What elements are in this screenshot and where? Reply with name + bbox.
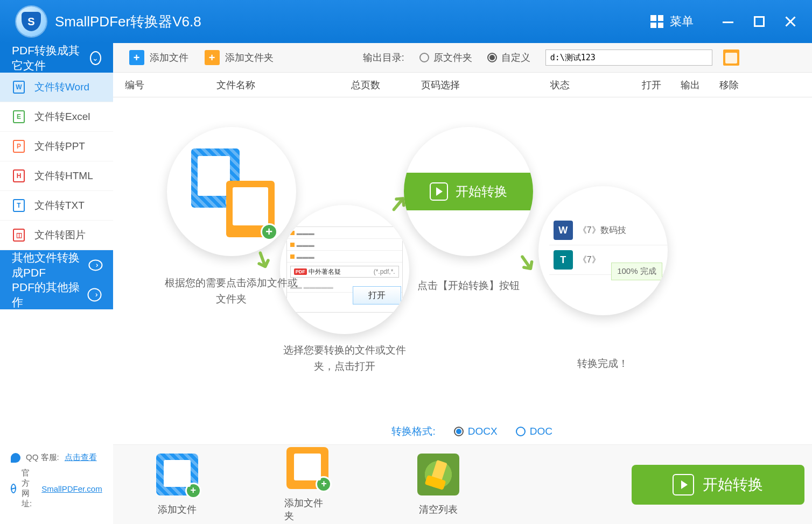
output-dir-label: 输出目录: [363, 51, 404, 64]
logo: S SmallPDFer转换器V6.8 [16, 6, 201, 37]
ppt-icon: P [13, 140, 25, 153]
open-button-mock: 打开 [353, 286, 401, 305]
step3-text: 点击【开始转换】按钮 [398, 278, 538, 294]
sidebar-item-label: 文件转Word [34, 80, 89, 94]
step2-text: 选择您要转换的文件或文件夹，点击打开 [275, 342, 415, 375]
radio-icon [419, 53, 429, 62]
sidebar-section-pdf-to-other[interactable]: PDF转换成其它文件 ⌄ [0, 43, 113, 73]
th-number: 编号 [125, 79, 216, 91]
radio-label: 原文件夹 [433, 51, 472, 64]
add-folder-button[interactable]: + 添加文件夹 [200, 48, 278, 67]
radio-label: DOCX [468, 426, 498, 437]
sidebar-item-to-html[interactable]: H 文件转HTML [0, 161, 113, 191]
sidebar-item-to-txt[interactable]: T 文件转TXT [0, 191, 113, 221]
section-title: 其他文件转换成PDF [12, 250, 90, 280]
shield-icon: S [22, 12, 41, 31]
sidebar-item-to-word[interactable]: W 文件转Word [0, 73, 113, 102]
result-row1: 《7》数码技 [578, 225, 626, 236]
sidebar-item-label: 文件转HTML [34, 169, 93, 183]
th-output: 输出 [681, 79, 719, 91]
grid-icon [650, 15, 663, 28]
th-page-select: 页码选择 [421, 79, 550, 91]
play-icon [430, 182, 448, 201]
site-link[interactable]: SmallPDFer.com [41, 484, 102, 493]
toolbar: + 添加文件 + 添加文件夹 输出目录: 原文件夹 自定义 [113, 43, 812, 73]
th-open: 打开 [642, 79, 681, 91]
site-label: 官方网址: [22, 468, 36, 509]
radio-icon [454, 427, 464, 436]
radio-original-folder[interactable]: 原文件夹 [419, 51, 472, 64]
browse-folder-button[interactable] [723, 49, 739, 66]
play-icon [673, 474, 694, 495]
plus-icon: + [185, 483, 201, 499]
add-file-icon: + [156, 454, 198, 495]
sidebar-item-label: 文件转PPT [34, 139, 85, 153]
qq-label: QQ 客服: [26, 452, 59, 463]
add-file-label: 添加文件 [150, 51, 188, 64]
broom-icon [430, 459, 447, 483]
radio-doc[interactable]: DOC [516, 426, 552, 437]
th-filename: 文件名称 [216, 79, 351, 91]
sidebar-item-label: 文件转TXT [34, 199, 85, 213]
radio-label: 自定义 [501, 51, 530, 64]
action-clear-list[interactable]: 清空列表 [417, 454, 459, 516]
radio-icon [516, 427, 526, 436]
start-label: 开始转换 [456, 183, 507, 200]
qq-support-link[interactable]: 点击查看 [65, 452, 97, 463]
th-status: 状态 [550, 79, 642, 91]
start-convert-button[interactable]: 开始转换 [632, 465, 804, 505]
main-area: + 添加文件 + 添加文件夹 输出目录: 原文件夹 自定义 编号 文件名称 [113, 43, 812, 524]
html-icon: H [13, 169, 25, 182]
chevron-right-icon: ⌄ [87, 288, 101, 301]
app-title: SmallPDFer转换器V6.8 [55, 12, 201, 31]
step1-text: 根据您的需要点击添加文件或文件夹 [162, 275, 302, 308]
sidebar-section-pdf-other-ops[interactable]: PDF的其他操作 ⌄ [0, 280, 113, 309]
output-path-input[interactable] [545, 49, 712, 66]
radio-custom-folder[interactable]: 自定义 [487, 51, 530, 64]
clear-icon [417, 454, 459, 495]
radio-docx[interactable]: DOCX [454, 426, 498, 437]
image-icon: ◫ [13, 229, 25, 242]
sidebar-footer: QQ 客服: 点击查看 官方网址: SmallPDFer.com [0, 437, 113, 524]
menu-button[interactable]: 菜单 [643, 10, 701, 33]
workflow-illustration: + + ➜ ▬▬▬ ▬▬▬ ▬▬▬ PDF 中外著名疑(*.pdf,*. ▬▬ … [113, 97, 812, 419]
action-add-file[interactable]: + 添加文件 [156, 454, 198, 516]
radio-label: DOC [530, 426, 552, 437]
text-app-icon: T [554, 250, 573, 270]
start-label: 开始转换 [703, 475, 763, 495]
pdf-badge-icon: PDF [294, 268, 307, 275]
document-orange-icon: + [226, 181, 275, 237]
step2-circle: ▬▬▬ ▬▬▬ ▬▬▬ PDF 中外著名疑(*.pdf,*. ▬▬ ▬▬▬▬▬ … [280, 205, 409, 334]
action-label: 清空列表 [419, 503, 458, 516]
result-row2: 《7》 [578, 254, 600, 266]
sidebar-section-other-to-pdf[interactable]: 其他文件转换成PDF ⌄ [0, 250, 113, 280]
logo-icon: S [16, 6, 46, 37]
sidebar-item-to-excel[interactable]: E 文件转Excel [0, 102, 113, 132]
word-icon: W [13, 81, 25, 94]
maximize-button[interactable] [754, 16, 765, 27]
plus-icon: + [205, 50, 220, 65]
start-banner-mock: 开始转换 [404, 173, 533, 210]
close-button[interactable] [785, 16, 796, 27]
add-file-button[interactable]: + 添加文件 [125, 48, 193, 67]
plus-icon: + [316, 476, 332, 492]
globe-icon [11, 484, 16, 493]
filter-sample: (*.pdf,*. [374, 268, 395, 275]
chevron-right-icon: ⌄ [88, 259, 102, 271]
window-controls [723, 16, 796, 27]
minimize-button[interactable] [723, 16, 733, 27]
step3-circle: 开始转换 [404, 127, 533, 256]
action-bar: + 添加文件 + 添加文件夹 清空列表 开始转换 [113, 444, 812, 524]
sidebar-item-to-ppt[interactable]: P 文件转PPT [0, 132, 113, 161]
qq-icon [11, 453, 20, 463]
section-title: PDF的其他操作 [12, 280, 88, 310]
txt-icon: T [13, 199, 25, 212]
sidebar-item-to-image[interactable]: ◫ 文件转图片 [0, 221, 113, 250]
th-pages: 总页数 [351, 79, 421, 91]
step1-circle: + + [167, 127, 296, 256]
sidebar-item-label: 文件转图片 [34, 228, 86, 242]
action-add-folder[interactable]: + 添加文件夹 [284, 447, 331, 522]
action-label: 添加文件 [158, 503, 197, 516]
format-row: 转换格式: DOCX DOC [113, 419, 812, 444]
action-label: 添加文件夹 [284, 497, 331, 522]
